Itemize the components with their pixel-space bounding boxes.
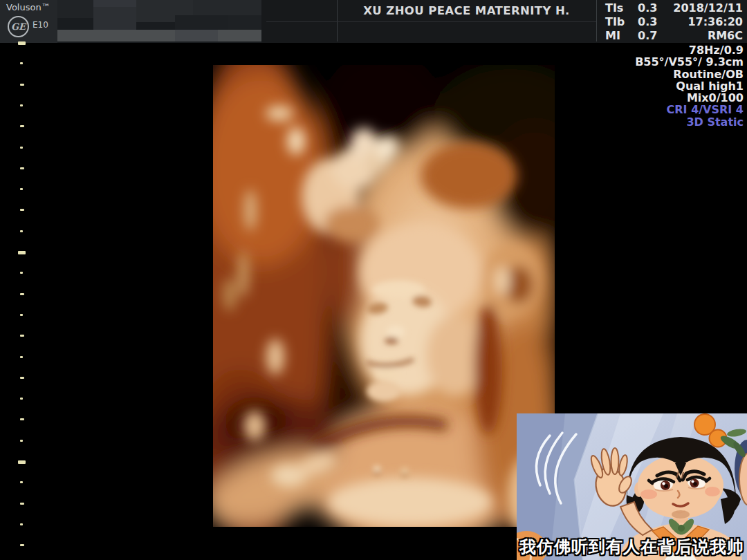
fetal-3d-render	[213, 65, 555, 527]
ruler-minor-tick	[20, 440, 23, 442]
ruler-minor-tick	[20, 209, 24, 211]
ruler-minor-tick	[20, 544, 24, 546]
header-divider	[266, 21, 596, 22]
machine-model: E10	[33, 20, 48, 30]
ti-value: 0.3	[638, 1, 657, 15]
ruler-minor-tick	[20, 523, 23, 525]
ruler-minor-tick	[20, 62, 23, 64]
ti-label: TIb	[605, 15, 625, 28]
ruler-minor-tick	[20, 125, 24, 127]
ultrasound-screen: Voluson™ GE E10 XU ZHOU PEACE MATERNITY …	[0, 0, 747, 560]
meme-overlay: 我仿佛听到有人在背后说我帅	[517, 413, 747, 560]
ruler-minor-tick	[20, 481, 23, 483]
meme-subtitle: 我仿佛听到有人在背后说我帅	[517, 536, 747, 558]
ruler-minor-tick	[20, 418, 24, 420]
depth-ruler	[0, 0, 31, 560]
ruler-minor-tick	[20, 188, 23, 190]
thermal-index-datetime-block: TIs0.32018/12/11TIb0.317:36:20MI0.7RM6C	[596, 1, 744, 43]
ti-row: TIb0.317:36:20	[596, 15, 744, 29]
ruler-minor-tick	[20, 335, 24, 337]
status-bar: Voluson™ GE E10 XU ZHOU PEACE MATERNITY …	[0, 0, 747, 43]
scan-param-line: Qual high1	[635, 80, 744, 92]
ruler-minor-tick	[20, 230, 23, 232]
ti-value: 0.3	[638, 15, 657, 28]
ruler-minor-tick	[20, 84, 24, 86]
ti-value: 0.7	[638, 29, 657, 42]
ti-row: MI0.7RM6C	[596, 29, 744, 43]
acquisition-date: 2018/12/11	[673, 1, 743, 15]
scan-param-line: CRI 4/VSRI 4	[635, 104, 744, 115]
ruler-major-tick	[18, 41, 26, 45]
probe-name: RM6C	[708, 29, 743, 42]
ruler-minor-tick	[20, 293, 24, 295]
ruler-minor-tick	[20, 147, 23, 149]
ti-label: TIs	[605, 1, 623, 15]
ruler-minor-tick	[20, 377, 24, 379]
scan-param-line: Mix0/100	[635, 92, 744, 104]
ruler-minor-tick	[20, 314, 23, 316]
ruler-minor-tick	[20, 272, 23, 274]
scan-parameters: 78Hz/0.9B55°/V55°/ 9.3cmRoutine/OBQual h…	[635, 44, 744, 128]
scan-param-line: 78Hz/0.9	[635, 44, 744, 56]
ruler-minor-tick	[20, 167, 24, 169]
scan-param-line: Routine/OB	[635, 68, 744, 80]
ruler-major-tick	[18, 251, 26, 254]
ruler-major-tick	[18, 460, 26, 464]
scan-param-line: B55°/V55°/ 9.3cm	[635, 56, 744, 68]
ti-label: MI	[605, 29, 620, 42]
ruler-minor-tick	[20, 398, 23, 400]
acquisition-time: 17:36:20	[688, 15, 743, 28]
ruler-minor-tick	[20, 503, 24, 505]
hospital-name: XU ZHOU PEACE MATERNITY H.	[337, 4, 596, 17]
ruler-minor-tick	[20, 104, 23, 106]
ruler-minor-tick	[20, 356, 23, 358]
scan-param-line: 3D Static	[635, 116, 744, 128]
ti-row: TIs0.32018/12/11	[596, 1, 744, 15]
censored-patient-info	[57, 0, 261, 43]
